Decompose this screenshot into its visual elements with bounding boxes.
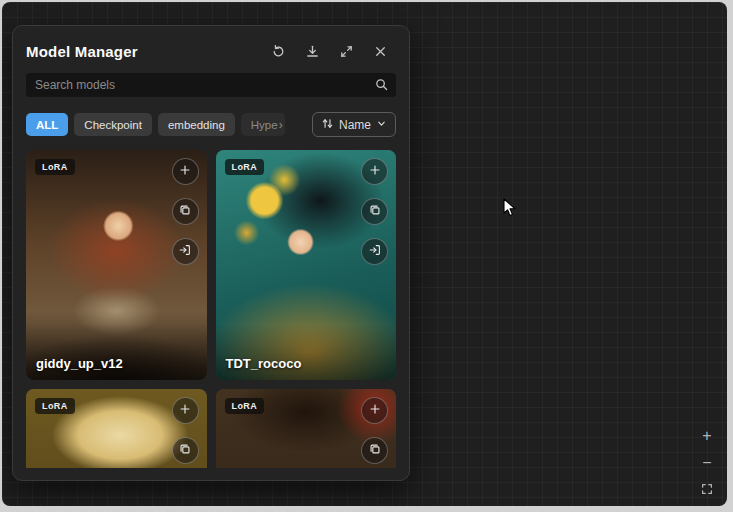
model-card-4[interactable]: LoRA: [216, 389, 397, 468]
copy-model-button[interactable]: [361, 198, 388, 225]
model-name: TDT_rococo: [226, 356, 302, 371]
close-button[interactable]: [373, 44, 388, 59]
card-actions: [361, 158, 388, 265]
load-model-button[interactable]: [361, 238, 388, 265]
add-model-button[interactable]: [172, 158, 199, 185]
zoom-out-button[interactable]: −: [697, 453, 717, 473]
sort-dropdown[interactable]: Name: [312, 112, 396, 137]
model-card-tdt-rococo[interactable]: LoRA: [216, 150, 397, 380]
card-actions: [172, 158, 199, 265]
refresh-icon: [271, 44, 286, 59]
refresh-button[interactable]: [271, 44, 286, 59]
model-manager-panel: Model Manager: [12, 25, 410, 481]
copy-model-button[interactable]: [361, 437, 388, 464]
model-type-badge: LoRA: [225, 398, 265, 414]
workflow-canvas[interactable]: Model Manager: [2, 2, 727, 506]
add-model-button[interactable]: [361, 397, 388, 424]
copy-icon: [178, 203, 192, 220]
model-card-giddy-up-v12[interactable]: LoRA: [26, 150, 207, 380]
filter-tab-checkpoint[interactable]: Checkpoint: [74, 113, 152, 136]
plus-icon: [368, 402, 382, 419]
add-model-button[interactable]: [361, 158, 388, 185]
model-type-badge: LoRA: [35, 159, 75, 175]
zoom-in-button[interactable]: +: [697, 426, 717, 446]
filter-tab-embedding[interactable]: embedding: [158, 113, 235, 136]
plus-icon: [368, 163, 382, 180]
copy-model-button[interactable]: [172, 198, 199, 225]
model-card-grid: LoRA: [26, 150, 396, 468]
copy-icon: [178, 442, 192, 459]
filter-tab-hypernetwork[interactable]: Hype ›: [241, 113, 285, 136]
filters-overflow-chevron: ›: [279, 118, 283, 132]
model-type-badge: LoRA: [35, 398, 75, 414]
load-model-button[interactable]: [172, 238, 199, 265]
sort-icon: [321, 117, 334, 133]
search-bar: [26, 73, 396, 97]
canvas-zoom-controls: + −: [697, 426, 717, 500]
model-card-3[interactable]: LoRA: [26, 389, 207, 468]
download-button[interactable]: [305, 44, 320, 59]
filter-tab-all[interactable]: ALL: [26, 113, 68, 136]
add-model-button[interactable]: [172, 397, 199, 424]
sort-dropdown-value: Name: [339, 118, 371, 132]
fit-view-button[interactable]: [697, 480, 717, 500]
mouse-cursor-pointer: [503, 198, 517, 222]
filter-tab-hypernetwork-label: Hype: [251, 119, 278, 131]
search-icon: [374, 77, 389, 96]
plus-icon: [178, 402, 192, 419]
plus-icon: [178, 163, 192, 180]
panel-header-actions: [271, 44, 396, 59]
close-icon: [373, 44, 388, 59]
panel-header: Model Manager: [26, 38, 396, 64]
expand-button[interactable]: [339, 44, 354, 59]
import-icon: [178, 243, 192, 260]
chevron-down-icon: [376, 118, 387, 132]
model-type-badge: LoRA: [225, 159, 265, 175]
search-input[interactable]: [26, 73, 396, 97]
download-icon: [305, 44, 320, 59]
card-actions: [361, 397, 388, 464]
fit-view-icon: [700, 482, 714, 499]
card-actions: [172, 397, 199, 464]
expand-icon: [339, 44, 354, 59]
copy-icon: [368, 203, 382, 220]
copy-model-button[interactable]: [172, 437, 199, 464]
page-title: Model Manager: [26, 43, 138, 60]
import-icon: [368, 243, 382, 260]
copy-icon: [368, 442, 382, 459]
filter-row: ALL Checkpoint embedding Hype › Name: [26, 112, 396, 137]
model-name: giddy_up_v12: [36, 356, 123, 371]
